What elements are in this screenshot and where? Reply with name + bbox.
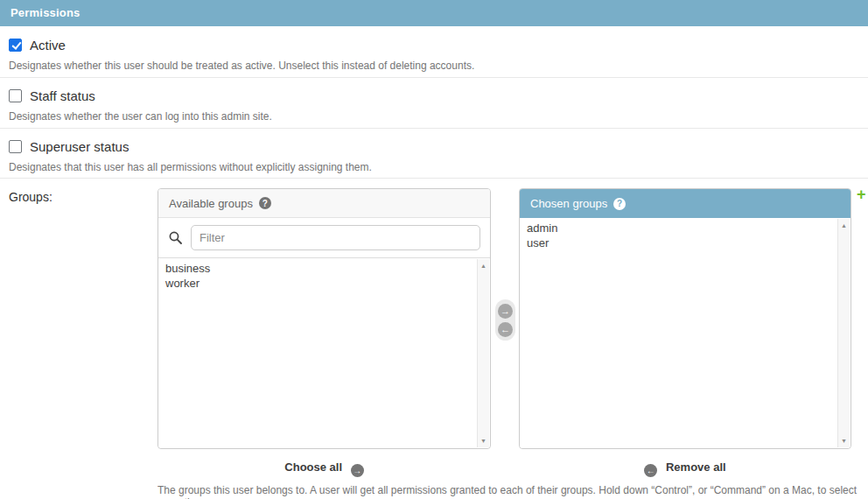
staff-status-help-text: Designates whether the user can log into… [9,110,859,123]
scroll-up-icon[interactable]: ▲ [838,222,850,228]
choose-all-button[interactable]: Choose all → [158,460,491,477]
help-icon[interactable]: ? [613,198,626,210]
list-item[interactable]: user [520,235,850,250]
move-left-icon[interactable]: ← [498,322,513,337]
groups-field-label: Groups: [9,190,52,204]
scroll-up-icon[interactable]: ▲ [478,263,489,269]
active-help-text: Designates whether this user should be t… [9,60,859,72]
field-active: Active Designates whether this user shou… [9,38,859,72]
scrollbar[interactable]: ▲ ▼ [837,219,850,447]
available-groups-header: Available groups ? [158,189,490,218]
scroll-down-icon[interactable]: ▼ [478,438,489,444]
add-group-icon[interactable]: + [857,186,866,202]
list-item[interactable]: business [158,261,490,276]
scroll-down-icon[interactable]: ▼ [838,438,850,444]
section-title: Permissions [0,0,868,26]
field-superuser-status: Superuser status Designates that this us… [9,139,859,173]
help-icon[interactable]: ? [259,197,271,209]
remove-all-button[interactable]: ← Remove all [519,460,851,477]
active-checkbox[interactable] [9,39,22,52]
groups-help-text: The groups this user belongs to. A user … [158,484,866,499]
chosen-groups-title: Chosen groups [530,197,607,210]
permissions-fieldset: Permissions Active Designates whether th… [0,0,868,499]
divider [0,128,868,129]
available-groups-title: Available groups [169,197,253,210]
chosen-groups-header: Chosen groups ? [520,189,850,218]
superuser-status-help-text: Designates that this user has all permis… [9,161,859,173]
available-groups-list[interactable]: business worker ▲ ▼ [158,257,490,448]
chosen-groups-panel: Chosen groups ? admin user ▲ ▼ [519,188,851,449]
move-right-icon[interactable]: → [498,304,513,319]
choose-all-label: Choose all [284,460,342,474]
field-staff-status: Staff status Designates whether the user… [9,88,859,123]
divider [0,77,868,78]
remove-all-arrow-icon: ← [644,464,657,477]
remove-all-label: Remove all [666,460,726,474]
scrollbar[interactable]: ▲ ▼ [477,259,489,447]
filter-row [158,218,490,257]
active-label[interactable]: Active [30,38,66,53]
superuser-status-label[interactable]: Superuser status [30,139,129,154]
staff-status-label[interactable]: Staff status [30,88,95,103]
list-item[interactable]: admin [520,221,850,235]
chosen-groups-list[interactable]: admin user ▲ ▼ [520,218,850,448]
chooser-arrows: → ← [495,299,515,341]
superuser-status-checkbox[interactable] [9,140,22,153]
divider [0,178,868,179]
choose-all-arrow-icon: → [351,464,364,477]
filter-input[interactable] [191,225,480,250]
available-groups-panel: Available groups ? business worker ▲ ▼ [158,188,491,449]
staff-status-checkbox[interactable] [9,89,22,102]
list-item[interactable]: worker [158,276,490,291]
search-icon [168,230,183,245]
